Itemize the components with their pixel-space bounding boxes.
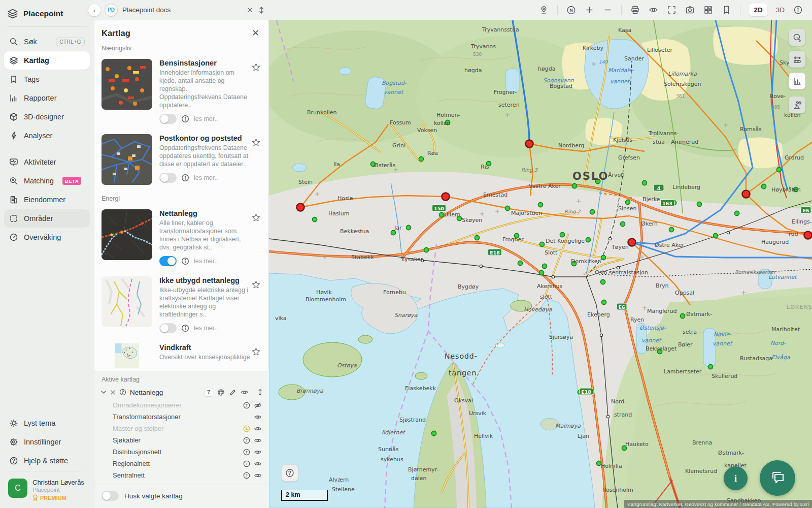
major-station-dot[interactable]: [628, 239, 636, 246]
layer-card-vindkraft[interactable]: Vindkraft Oversikt over konsesjonsplikti…: [94, 340, 268, 375]
remove-layer-icon[interactable]: [110, 390, 116, 395]
view-3d-button[interactable]: 3D: [776, 6, 785, 14]
print-icon[interactable]: [630, 5, 640, 15]
transformer-station-dot[interactable]: [586, 237, 590, 242]
major-station-dot[interactable]: [804, 232, 812, 239]
layer-toggle[interactable]: [159, 256, 177, 266]
les-mer-link[interactable]: les mer..: [194, 258, 218, 265]
chevron-down-icon[interactable]: [100, 389, 107, 395]
sidebar-item-analyser[interactable]: Analyser: [4, 126, 90, 145]
label-toggle-icon[interactable]: T: [243, 449, 250, 456]
favorite-star-icon[interactable]: [252, 280, 260, 289]
info-icon[interactable]: [793, 5, 803, 15]
visibility-icon[interactable]: [649, 5, 658, 15]
close-tab-icon[interactable]: ✕: [247, 6, 253, 15]
transformer-station-dot[interactable]: [312, 217, 317, 221]
transformer-station-dot[interactable]: [560, 232, 564, 237]
transformer-station-dot[interactable]: [439, 212, 444, 217]
sidebar-item-innstillinger[interactable]: Innstillinger: [4, 433, 90, 451]
map-info-fab[interactable]: i: [724, 466, 748, 490]
transformer-station-dot[interactable]: [625, 200, 630, 204]
transformer-station-dot[interactable]: [424, 247, 428, 252]
major-station-dot[interactable]: [742, 190, 750, 198]
major-station-dot[interactable]: [297, 204, 304, 211]
sidebar-item-rapporter[interactable]: Rapporter: [4, 89, 90, 107]
sidebar-item-matching[interactable]: Matching BETA: [4, 172, 90, 190]
eye-icon[interactable]: [254, 413, 262, 421]
layer-card-ikke-utbygd[interactable]: Ikke utbygd nettanlegg Ikke-utbygde elek…: [94, 273, 268, 340]
les-mer-link[interactable]: les mer..: [194, 325, 218, 332]
sublayer-row[interactable]: Transformatorstasjoner: [94, 411, 269, 423]
map-help-button[interactable]: [281, 464, 298, 482]
sublayer-row[interactable]: Master og stolper: [94, 423, 269, 434]
transformer-station-dot[interactable]: [505, 206, 510, 210]
eye-icon[interactable]: [254, 448, 262, 456]
transformer-station-dot[interactable]: [761, 184, 766, 188]
transformer-station-dot[interactable]: [538, 202, 543, 207]
transformer-station-dot[interactable]: [431, 431, 436, 435]
transformer-station-dot[interactable]: [406, 225, 411, 230]
transformer-station-dot[interactable]: [539, 242, 544, 246]
label-toggle-icon[interactable]: T: [243, 460, 250, 467]
transformer-station-dot[interactable]: [542, 264, 547, 268]
transformer-station-dot[interactable]: [518, 261, 522, 265]
transformer-station-dot[interactable]: [697, 202, 701, 206]
sidebar-item-aktiviteter[interactable]: Aktiviteter: [4, 153, 90, 171]
locate-icon[interactable]: [539, 5, 549, 15]
sublayer-row[interactable]: Omradekonsesjonaerer T: [94, 399, 269, 411]
transformer-station-dot[interactable]: [475, 235, 479, 240]
sidebar-item-omrader[interactable]: Områder: [4, 209, 90, 228]
edit-brush-icon[interactable]: [229, 389, 236, 396]
transformer-station-dot[interactable]: [642, 180, 647, 185]
transformer-station-dot[interactable]: [620, 221, 625, 226]
transformer-station-dot[interactable]: [713, 233, 718, 238]
eye-icon[interactable]: [254, 425, 262, 433]
doc-tab[interactable]: PD Placepoint docs: [94, 4, 171, 17]
transformer-station-dot[interactable]: [680, 313, 685, 318]
transformer-station-dot[interactable]: [419, 156, 423, 161]
favorite-star-icon[interactable]: [252, 138, 260, 147]
info-icon[interactable]: [181, 257, 189, 265]
chat-fab[interactable]: [760, 460, 795, 496]
sidebar-item-tags[interactable]: Tags: [4, 70, 90, 88]
label-toggle-icon[interactable]: T: [243, 437, 250, 444]
collapse-sidebar-button[interactable]: ‹: [88, 4, 100, 16]
sidebar-item-kartlag[interactable]: Kartlag: [4, 51, 90, 70]
fullscreen-icon[interactable]: [667, 5, 676, 15]
screenshot-icon[interactable]: [685, 5, 695, 15]
user-card[interactable]: C Christian Løverås Placepoint PREMIUM: [4, 472, 90, 503]
bookmark-map-icon[interactable]: [722, 5, 731, 15]
favorite-star-icon[interactable]: [252, 213, 260, 222]
measure-tool-button[interactable]: [789, 51, 805, 68]
transformer-station-dot[interactable]: [734, 211, 739, 215]
eye-icon[interactable]: [254, 436, 262, 444]
sidebar-item-eiendommer[interactable]: Eiendommer: [4, 190, 90, 209]
remember-layers-toggle[interactable]: [101, 491, 119, 501]
select-tool-button[interactable]: [789, 29, 805, 46]
sidebar-item-sok[interactable]: Søk CTRL+G: [4, 33, 90, 51]
eye-icon[interactable]: [254, 460, 262, 468]
sort-tabs-icon[interactable]: [258, 6, 264, 14]
favorite-star-icon[interactable]: [252, 347, 260, 356]
compass-north-icon[interactable]: N: [566, 5, 576, 15]
layer-card-postkontor[interactable]: Postkontor og poststed Oppdateringsfrekv…: [94, 131, 268, 192]
info-icon[interactable]: [181, 115, 189, 123]
eye-icon[interactable]: [241, 388, 249, 396]
info-icon[interactable]: [181, 174, 189, 182]
major-station-dot[interactable]: [442, 193, 450, 201]
layer-toggle[interactable]: [159, 323, 177, 333]
eye-off-icon[interactable]: [254, 401, 262, 409]
sidebar-item-overvaking[interactable]: Overvåking: [4, 228, 90, 246]
transformer-station-dot[interactable]: [708, 364, 713, 369]
les-mer-link[interactable]: les mer..: [194, 115, 218, 122]
layer-help-icon[interactable]: [119, 389, 126, 396]
eye-icon[interactable]: [254, 471, 262, 480]
zoom-in-icon[interactable]: [585, 5, 594, 15]
sublayer-row[interactable]: Sjøkabler T: [94, 434, 269, 446]
sublayer-row[interactable]: Distribusjonsnett T: [94, 446, 269, 458]
transformer-station-dot[interactable]: [600, 279, 605, 284]
sidebar-item-3d-designer[interactable]: 3D-designer: [4, 108, 90, 126]
sidebar-item-lyst-tema[interactable]: Lyst tema: [4, 414, 90, 432]
map-canvas[interactable]: 1501634E18E6E18E6TryvannsstuaTryvanns-53…: [269, 20, 812, 508]
transformer-station-dot[interactable]: [539, 270, 544, 275]
